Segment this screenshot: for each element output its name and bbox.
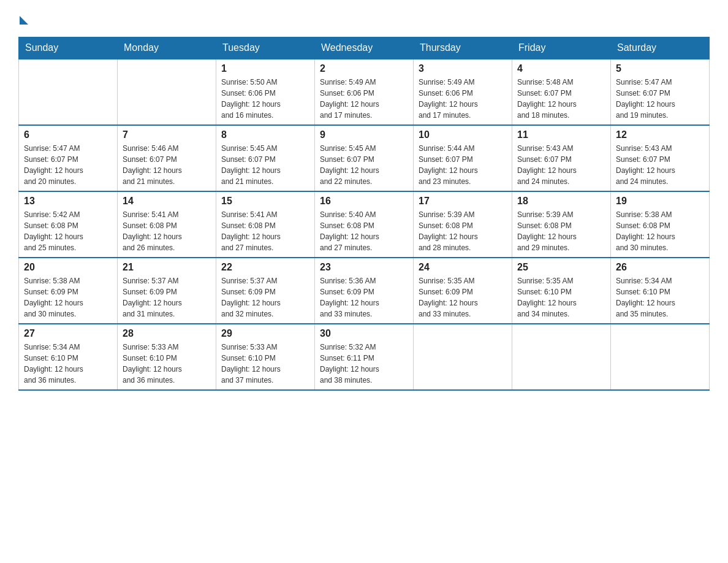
day-number: 12 (616, 129, 704, 140)
calendar-cell: 26Sunrise: 5:34 AM Sunset: 6:10 PM Dayli… (611, 258, 710, 324)
day-number: 18 (517, 196, 605, 207)
weekday-header-sunday: Sunday (19, 37, 118, 59)
day-number: 7 (123, 129, 211, 140)
calendar-cell: 23Sunrise: 5:36 AM Sunset: 6:09 PM Dayli… (315, 258, 414, 324)
day-info: Sunrise: 5:38 AM Sunset: 6:08 PM Dayligh… (616, 209, 704, 253)
day-info: Sunrise: 5:37 AM Sunset: 6:09 PM Dayligh… (221, 275, 309, 320)
day-info: Sunrise: 5:49 AM Sunset: 6:06 PM Dayligh… (419, 77, 507, 121)
weekday-header-thursday: Thursday (414, 37, 512, 59)
day-info: Sunrise: 5:45 AM Sunset: 6:07 PM Dayligh… (320, 143, 408, 187)
day-number: 22 (221, 262, 309, 273)
week-row-5: 27Sunrise: 5:34 AM Sunset: 6:10 PM Dayli… (19, 324, 710, 390)
day-number: 20 (24, 262, 112, 273)
day-info: Sunrise: 5:35 AM Sunset: 6:10 PM Dayligh… (517, 275, 605, 320)
calendar-cell: 16Sunrise: 5:40 AM Sunset: 6:08 PM Dayli… (315, 191, 414, 258)
calendar-cell: 21Sunrise: 5:37 AM Sunset: 6:09 PM Dayli… (118, 258, 216, 324)
logo-triangle-icon (20, 16, 28, 25)
calendar-cell: 8Sunrise: 5:45 AM Sunset: 6:07 PM Daylig… (216, 125, 315, 191)
calendar-cell: 17Sunrise: 5:39 AM Sunset: 6:08 PM Dayli… (414, 191, 512, 258)
day-info: Sunrise: 5:38 AM Sunset: 6:09 PM Dayligh… (24, 275, 112, 320)
calendar-table: SundayMondayTuesdayWednesdayThursdayFrid… (18, 37, 710, 391)
day-number: 11 (517, 129, 605, 140)
day-number: 9 (320, 129, 408, 140)
day-info: Sunrise: 5:48 AM Sunset: 6:07 PM Dayligh… (517, 77, 605, 121)
day-info: Sunrise: 5:34 AM Sunset: 6:10 PM Dayligh… (24, 342, 112, 386)
weekday-header-tuesday: Tuesday (216, 37, 315, 59)
calendar-cell: 9Sunrise: 5:45 AM Sunset: 6:07 PM Daylig… (315, 125, 414, 191)
day-number: 4 (517, 63, 605, 74)
day-info: Sunrise: 5:39 AM Sunset: 6:08 PM Dayligh… (517, 209, 605, 253)
day-number: 13 (24, 196, 112, 207)
day-number: 27 (24, 328, 112, 339)
calendar-cell: 20Sunrise: 5:38 AM Sunset: 6:09 PM Dayli… (19, 258, 118, 324)
day-info: Sunrise: 5:47 AM Sunset: 6:07 PM Dayligh… (616, 77, 704, 121)
day-info: Sunrise: 5:50 AM Sunset: 6:06 PM Dayligh… (221, 77, 309, 121)
calendar-cell: 14Sunrise: 5:41 AM Sunset: 6:08 PM Dayli… (118, 191, 216, 258)
day-number: 6 (24, 129, 112, 140)
calendar-cell: 2Sunrise: 5:49 AM Sunset: 6:06 PM Daylig… (315, 59, 414, 125)
day-number: 29 (221, 328, 309, 339)
day-info: Sunrise: 5:41 AM Sunset: 6:08 PM Dayligh… (221, 209, 309, 253)
day-info: Sunrise: 5:36 AM Sunset: 6:09 PM Dayligh… (320, 275, 408, 320)
weekday-header-friday: Friday (512, 37, 611, 59)
day-number: 30 (320, 328, 408, 339)
day-number: 8 (221, 129, 309, 140)
calendar-cell: 6Sunrise: 5:47 AM Sunset: 6:07 PM Daylig… (19, 125, 118, 191)
weekday-header-wednesday: Wednesday (315, 37, 414, 59)
day-number: 19 (616, 196, 704, 207)
day-number: 17 (419, 196, 507, 207)
calendar-cell (414, 324, 512, 390)
calendar-cell: 10Sunrise: 5:44 AM Sunset: 6:07 PM Dayli… (414, 125, 512, 191)
calendar-cell: 30Sunrise: 5:32 AM Sunset: 6:11 PM Dayli… (315, 324, 414, 390)
day-number: 1 (221, 63, 309, 74)
day-number: 16 (320, 196, 408, 207)
calendar-cell: 29Sunrise: 5:33 AM Sunset: 6:10 PM Dayli… (216, 324, 315, 390)
day-info: Sunrise: 5:41 AM Sunset: 6:08 PM Dayligh… (123, 209, 211, 253)
day-info: Sunrise: 5:37 AM Sunset: 6:09 PM Dayligh… (123, 275, 211, 320)
day-info: Sunrise: 5:43 AM Sunset: 6:07 PM Dayligh… (517, 143, 605, 187)
week-row-3: 13Sunrise: 5:42 AM Sunset: 6:08 PM Dayli… (19, 191, 710, 258)
day-info: Sunrise: 5:35 AM Sunset: 6:09 PM Dayligh… (419, 275, 507, 320)
weekday-header-monday: Monday (118, 37, 216, 59)
calendar-cell: 27Sunrise: 5:34 AM Sunset: 6:10 PM Dayli… (19, 324, 118, 390)
calendar-cell (512, 324, 611, 390)
day-info: Sunrise: 5:33 AM Sunset: 6:10 PM Dayligh… (123, 342, 211, 386)
week-row-4: 20Sunrise: 5:38 AM Sunset: 6:09 PM Dayli… (19, 258, 710, 324)
day-number: 25 (517, 262, 605, 273)
day-info: Sunrise: 5:39 AM Sunset: 6:08 PM Dayligh… (419, 209, 507, 253)
day-number: 21 (123, 262, 211, 273)
day-number: 3 (419, 63, 507, 74)
calendar-header: SundayMondayTuesdayWednesdayThursdayFrid… (19, 37, 710, 59)
calendar-cell: 28Sunrise: 5:33 AM Sunset: 6:10 PM Dayli… (118, 324, 216, 390)
calendar-cell: 5Sunrise: 5:47 AM Sunset: 6:07 PM Daylig… (611, 59, 710, 125)
day-info: Sunrise: 5:46 AM Sunset: 6:07 PM Dayligh… (123, 143, 211, 187)
day-number: 10 (419, 129, 507, 140)
day-number: 5 (616, 63, 704, 74)
day-info: Sunrise: 5:44 AM Sunset: 6:07 PM Dayligh… (419, 143, 507, 187)
day-number: 28 (123, 328, 211, 339)
day-number: 15 (221, 196, 309, 207)
calendar-cell: 4Sunrise: 5:48 AM Sunset: 6:07 PM Daylig… (512, 59, 611, 125)
day-info: Sunrise: 5:49 AM Sunset: 6:06 PM Dayligh… (320, 77, 408, 121)
day-info: Sunrise: 5:43 AM Sunset: 6:07 PM Dayligh… (616, 143, 704, 187)
day-info: Sunrise: 5:33 AM Sunset: 6:10 PM Dayligh… (221, 342, 309, 386)
calendar-cell (611, 324, 710, 390)
calendar-cell (19, 59, 118, 125)
day-info: Sunrise: 5:34 AM Sunset: 6:10 PM Dayligh… (616, 275, 704, 320)
calendar-cell: 24Sunrise: 5:35 AM Sunset: 6:09 PM Dayli… (414, 258, 512, 324)
calendar-cell (118, 59, 216, 125)
day-info: Sunrise: 5:40 AM Sunset: 6:08 PM Dayligh… (320, 209, 408, 253)
calendar-cell: 3Sunrise: 5:49 AM Sunset: 6:06 PM Daylig… (414, 59, 512, 125)
day-info: Sunrise: 5:45 AM Sunset: 6:07 PM Dayligh… (221, 143, 309, 187)
week-row-1: 1Sunrise: 5:50 AM Sunset: 6:06 PM Daylig… (19, 59, 710, 125)
page-header (18, 12, 710, 25)
calendar-cell: 7Sunrise: 5:46 AM Sunset: 6:07 PM Daylig… (118, 125, 216, 191)
weekday-header-row: SundayMondayTuesdayWednesdayThursdayFrid… (19, 37, 710, 59)
day-number: 26 (616, 262, 704, 273)
day-info: Sunrise: 5:32 AM Sunset: 6:11 PM Dayligh… (320, 342, 408, 386)
day-number: 14 (123, 196, 211, 207)
calendar-cell: 19Sunrise: 5:38 AM Sunset: 6:08 PM Dayli… (611, 191, 710, 258)
calendar-cell: 12Sunrise: 5:43 AM Sunset: 6:07 PM Dayli… (611, 125, 710, 191)
calendar-body: 1Sunrise: 5:50 AM Sunset: 6:06 PM Daylig… (19, 59, 710, 390)
logo (18, 12, 28, 25)
